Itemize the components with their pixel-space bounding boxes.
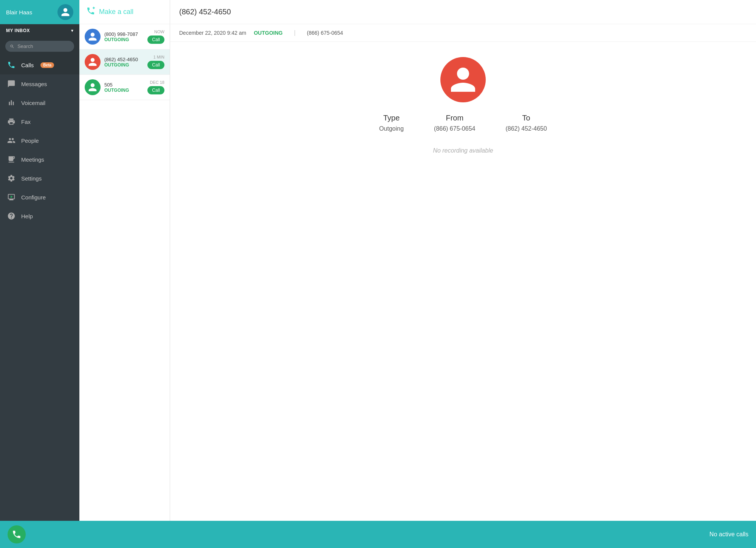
- call-meta-2: 1 MIN Call: [147, 55, 164, 69]
- detail-body: Type Outgoing From (866) 675-0654 To (86…: [170, 42, 756, 521]
- search-icon: [10, 44, 14, 49]
- call-number-1: (800) 998-7087: [104, 31, 144, 37]
- call-direction-2: OUTGOING: [104, 62, 144, 68]
- meetings-label: Meetings: [21, 156, 44, 163]
- from-label: From: [446, 114, 463, 122]
- configure-icon: [7, 193, 16, 202]
- detail-phone-title: (862) 452-4650: [179, 8, 231, 16]
- to-col: To (862) 452-4650: [505, 114, 547, 132]
- sidebar-item-messages[interactable]: Messages: [0, 74, 79, 93]
- people-label: People: [21, 137, 39, 144]
- call-item-3[interactable]: 505 OUTGOING DEC 18 Call: [79, 75, 170, 100]
- call-time-2: 1 MIN: [153, 55, 164, 59]
- call-avatar-1: [85, 29, 101, 45]
- sidebar-item-people[interactable]: People: [0, 131, 79, 150]
- to-value: (862) 452-4650: [505, 125, 547, 132]
- meetings-icon: [7, 155, 16, 164]
- call-number-2: (862) 452-4650: [104, 57, 144, 62]
- inbox-selector[interactable]: MY INBOX ▾: [0, 24, 79, 37]
- help-icon: [7, 211, 16, 221]
- make-call-header[interactable]: Make a call: [79, 0, 170, 24]
- sidebar-item-settings[interactable]: Settings: [0, 169, 79, 188]
- make-call-phone-icon: [86, 6, 95, 18]
- sidebar-header: Blair Haas: [0, 0, 79, 24]
- help-label: Help: [21, 213, 33, 219]
- call-info-3: 505 OUTGOING: [104, 82, 144, 93]
- detail-header-sub: December 22, 2020 9:42 am OUTGOING | (86…: [170, 24, 756, 42]
- call-button-3[interactable]: Call: [147, 86, 164, 94]
- header-separator: |: [294, 29, 296, 36]
- contact-avatar-large: [440, 57, 486, 102]
- voicemail-label: Voicemail: [21, 100, 45, 106]
- bottom-call-button[interactable]: [8, 525, 26, 543]
- call-meta-1: NOW Call: [147, 29, 164, 44]
- people-icon: [7, 136, 16, 145]
- chevron-down-icon: ▾: [71, 28, 73, 33]
- calls-badge: Beta: [40, 62, 54, 68]
- from-col: From (866) 675-0654: [434, 114, 475, 132]
- sidebar-item-configure[interactable]: Configure: [0, 188, 79, 207]
- call-time-1: NOW: [154, 29, 164, 34]
- settings-label: Settings: [21, 175, 42, 182]
- no-active-calls: No active calls: [710, 531, 748, 538]
- voicemail-icon: [7, 98, 16, 107]
- call-item-1[interactable]: (800) 998-7087 OUTGOING NOW Call: [79, 24, 170, 49]
- detail-datetime: December 22, 2020 9:42 am: [179, 30, 246, 36]
- sidebar-item-fax[interactable]: Fax: [0, 112, 79, 131]
- make-call-label: Make a call: [99, 8, 133, 16]
- app-container: Blair Haas MY INBOX ▾ Call: [0, 0, 756, 548]
- type-col: Type Outgoing: [379, 114, 404, 132]
- calls-icon: [7, 60, 16, 69]
- sidebar: Blair Haas MY INBOX ▾ Call: [0, 0, 79, 521]
- from-value: (866) 675-0654: [434, 125, 475, 132]
- detail-header-from: (866) 675-0654: [307, 30, 343, 36]
- call-meta-3: DEC 18 Call: [147, 80, 164, 94]
- calls-label: Calls: [21, 62, 34, 68]
- fax-label: Fax: [21, 119, 31, 125]
- detail-header-top: (862) 452-4650: [170, 0, 756, 24]
- call-item-2[interactable]: (862) 452-4650 OUTGOING 1 MIN Call: [79, 49, 170, 75]
- call-button-2[interactable]: Call: [147, 61, 164, 69]
- sidebar-item-voicemail[interactable]: Voicemail: [0, 93, 79, 112]
- search-box: [0, 37, 79, 56]
- main-layout: Blair Haas MY INBOX ▾ Call: [0, 0, 756, 521]
- call-avatar-3: [85, 79, 101, 95]
- type-label: Type: [383, 114, 400, 122]
- sidebar-item-help[interactable]: Help: [0, 207, 79, 225]
- messages-icon: [7, 79, 16, 88]
- avatar: [57, 4, 73, 20]
- call-button-1[interactable]: Call: [147, 36, 164, 44]
- search-input-wrap: [5, 41, 74, 52]
- call-direction-3: OUTGOING: [104, 88, 144, 93]
- bottom-bar: No active calls: [0, 521, 756, 548]
- calls-panel: Make a call (800) 998-7087 OUTGOING NOW …: [79, 0, 170, 521]
- configure-label: Configure: [21, 194, 46, 201]
- sidebar-item-calls[interactable]: Calls Beta: [0, 56, 79, 74]
- call-direction-1: OUTGOING: [104, 37, 144, 42]
- detail-direction-badge: OUTGOING: [254, 30, 282, 36]
- user-name: Blair Haas: [6, 9, 32, 15]
- to-label: To: [522, 114, 530, 122]
- detail-panel: (862) 452-4650 December 22, 2020 9:42 am…: [170, 0, 756, 521]
- call-number-3: 505: [104, 82, 144, 88]
- settings-icon: [7, 174, 16, 183]
- inbox-label: MY INBOX: [6, 28, 30, 33]
- call-info-2: (862) 452-4650 OUTGOING: [104, 57, 144, 68]
- call-details-grid: Type Outgoing From (866) 675-0654 To (86…: [379, 114, 547, 132]
- call-info-1: (800) 998-7087 OUTGOING: [104, 31, 144, 42]
- fax-icon: [7, 117, 16, 126]
- search-input[interactable]: [17, 43, 70, 49]
- messages-label: Messages: [21, 81, 47, 87]
- sidebar-item-meetings[interactable]: Meetings: [0, 150, 79, 169]
- no-recording: No recording available: [433, 147, 493, 154]
- type-value: Outgoing: [379, 125, 404, 132]
- call-time-3: DEC 18: [150, 80, 164, 85]
- call-avatar-2: [85, 54, 101, 70]
